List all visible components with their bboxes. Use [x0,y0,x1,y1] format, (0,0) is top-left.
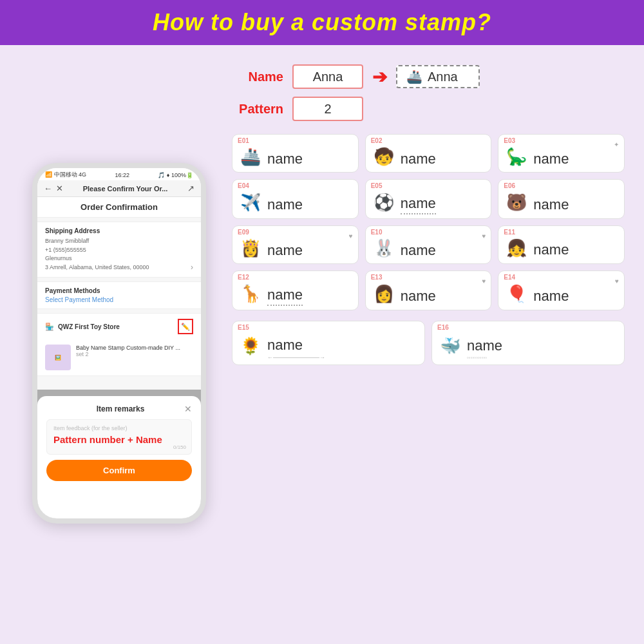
header-title: How to buy a custom stamp? [153,9,491,35]
pattern-card-e05[interactable]: E05 ⚽ name [365,179,492,219]
modal-title: Item remarks [57,404,184,413]
pattern-card-e04[interactable]: E04 ✈️ name [232,179,359,219]
product-info: Baby Name Stamp Custom-made DIY ... set … [76,345,193,370]
pattern-code: E06 [504,182,515,189]
pattern-icon-e13: 👩 [372,282,395,305]
phone-mockup: 📶 中国移动 4G 16:22 🎵 ♦ 100%🔋 ← ✕ Please Con… [32,163,206,524]
pattern-code: E12 [238,274,249,281]
pattern-card-e03[interactable]: E03 ✦ 🦕 name [498,134,625,173]
pattern-name-label: name [533,288,569,305]
pattern-card-e11[interactable]: E11 👧 name [498,225,625,264]
pattern-name-label: name [533,196,569,213]
main-content: 📶 中国移动 4G 16:22 🎵 ♦ 100%🔋 ← ✕ Please Con… [0,45,644,641]
modal-header: Item remarks ✕ [46,404,192,414]
close-icon[interactable]: ✕ [56,184,63,193]
pattern-icon-e09: 👸 [239,236,262,260]
pattern-name-label: name [267,337,325,354]
shipping-arrow-icon[interactable]: › [191,263,193,272]
pattern-icon-e04: ✈️ [239,191,262,214]
name-pattern-demo: Name Anna ➔ 🚢 Anna Pattern 2 [232,64,625,121]
pattern-code: E11 [504,229,515,236]
modal-close-button[interactable]: ✕ [184,404,192,414]
shipping-city: Glenurnus [45,255,72,261]
demo-result-name: Anna [428,70,458,84]
pattern-name-label: name [401,151,436,167]
pattern-card-e06[interactable]: E06 🐻 name [498,179,625,219]
pattern-code: E15 [238,324,249,331]
modal-confirm-button[interactable]: Confirm [46,460,192,481]
pattern-icon-e11: 👧 [505,236,528,260]
modal-char-count: 0/150 [173,444,186,450]
status-time: 16:22 [115,172,129,178]
pattern-card-e15[interactable]: E15 🌻 name ←————————→ [232,321,425,365]
pattern-code: E05 [371,182,383,189]
pattern-icon-e12: 🦒 [239,282,262,305]
status-carrier: 📶 中国移动 4G [45,171,86,179]
back-icon[interactable]: ← [44,184,52,193]
pattern-icon-e02: 🧒 [372,145,395,168]
nav-title: Please Confirm Your Or... [67,185,184,193]
phone-status-bar: 📶 中国移动 4G 16:22 🎵 ♦ 100%🔋 [37,168,201,180]
shipping-label: Shipping Address [45,227,193,234]
modal-input-area[interactable]: Item feedback (for the seller) Pattern n… [46,419,192,455]
pattern-value: 2 [324,102,331,117]
demo-ship-icon: 🚢 [406,69,422,84]
pattern-code: E02 [371,137,383,144]
store-icon: 🏪 [45,323,54,331]
pattern-name-label: name [467,337,502,354]
pattern-card-e10[interactable]: E10 ♥ 🐰 name [365,225,492,264]
pattern-icon-e05: ⚽ [372,191,395,214]
instructions-section: Name Anna ➔ 🚢 Anna Pattern 2 E01 � [232,58,625,629]
pattern-icon-e14: 🎈 [505,282,528,305]
pattern-icon-e06: 🐻 [505,191,528,214]
demo-arrow-icon: ➔ [372,66,387,88]
pattern-name-label: name [267,196,303,213]
pattern-card-e02[interactable]: E02 🧒 name [365,134,492,173]
pattern-icon-e01: 🚢 [239,145,262,168]
pattern-code: E01 [238,137,249,144]
pattern-name-label: name [267,242,303,259]
pattern-icon-e03: 🦕 [505,145,528,168]
pattern-card-e01[interactable]: E01 🚢 name [232,134,359,173]
store-section: 🏪 QWZ First Toy Store ✏️ [37,313,201,339]
name-input-box[interactable]: Anna [292,64,363,89]
pattern-name-label: name [267,151,303,167]
pattern-input-box[interactable]: 2 [292,97,363,121]
pattern-row: Pattern 2 [232,97,625,121]
page-header: How to buy a custom stamp? [0,0,644,45]
payment-select[interactable]: Select Payment Method [45,296,193,303]
product-thumbnail: 🖼️ [45,345,71,370]
patterns-grid-bottom: E15 🌻 name ←————————→ E16 🐳 name ◦◦◦◦◦◦◦… [232,321,625,365]
shipping-phone: +1 (555)555555 [45,247,86,253]
modal-box: Item remarks ✕ Item feedback (for the se… [37,396,201,518]
phone-body: Order Confirmation Shipping Address Bran… [37,197,201,518]
pattern-name-label: name [533,151,569,167]
payment-label: Payment Methods [45,287,193,294]
pattern-name-label: name [401,288,436,305]
modal-overlay: Item remarks ✕ Item feedback (for the se… [37,390,201,518]
share-icon[interactable]: ↗ [187,184,194,193]
pattern-card-e13[interactable]: E13 ♥ 👩 name [365,270,492,310]
order-confirm-title: Order Confirmation [80,202,158,212]
product-row: 🖼️ Baby Name Stamp Custom-made DIY ... s… [37,339,201,376]
edit-icon: ✏️ [181,323,190,331]
pattern-code: E03 [504,137,515,144]
shipping-name: Branny Smibblaff [45,238,89,244]
pattern-name-label: name [533,242,569,258]
product-name: Baby Name Stamp Custom-made DIY ... [76,345,193,351]
pattern-card-e12[interactable]: E12 🦒 name [232,270,359,310]
modal-pattern-instruction: Pattern number + Name [53,434,162,445]
pattern-card-e09[interactable]: E09 ♥ 👸 name [232,225,359,264]
pattern-name-label: name [401,242,436,259]
pattern-code: E10 [371,229,383,236]
pattern-code: E16 [437,324,449,331]
status-battery: 🎵 ♦ 100%🔋 [158,172,193,178]
pattern-code: E13 [371,274,383,281]
shipping-address: 3 Amrell, Alabama, United States, 00000 [45,264,149,270]
shipping-detail: Branny Smibblaff +1 (555)555555 Glenurnu… [45,237,193,272]
pattern-card-e14[interactable]: E14 ♥ 🎈 name [498,270,625,310]
modal-placeholder: Item feedback (for the seller) [53,425,185,431]
pattern-card-e16[interactable]: E16 🐳 name ◦◦◦◦◦◦◦◦◦◦◦ [431,321,625,365]
store-edit-button[interactable]: ✏️ [178,319,193,334]
product-variant: set 2 [76,351,193,357]
